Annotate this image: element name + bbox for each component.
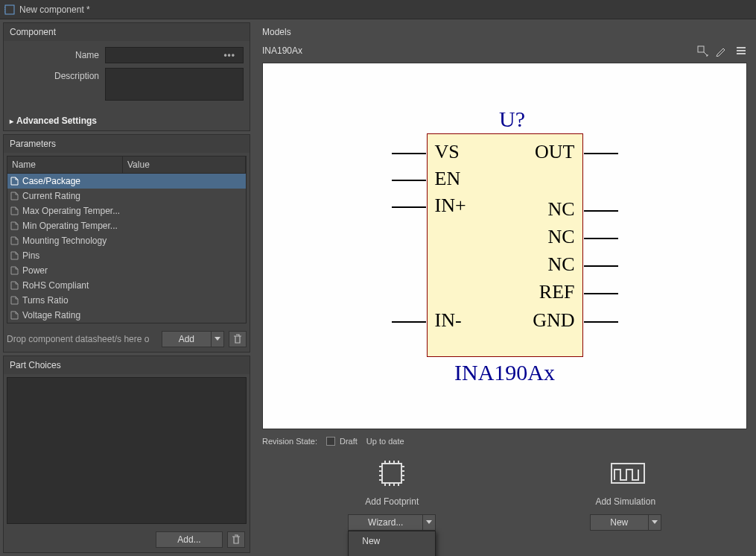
revision-state-label: Revision State: bbox=[262, 437, 317, 446]
document-icon bbox=[10, 177, 19, 186]
svg-rect-8 bbox=[382, 464, 401, 483]
part-choices-list[interactable] bbox=[7, 377, 247, 524]
schematic-preview[interactable]: U? VS EN IN+ IN- OUT NC bbox=[262, 63, 747, 429]
window-title: New component * bbox=[19, 4, 90, 15]
titlebar: New component * bbox=[0, 0, 756, 19]
svg-rect-0 bbox=[5, 5, 14, 14]
pin-out: OUT bbox=[535, 141, 574, 163]
parameter-row[interactable]: Mounting Technology bbox=[7, 233, 246, 248]
advanced-settings-toggle[interactable]: Advanced Settings bbox=[4, 111, 250, 130]
document-icon bbox=[10, 206, 19, 215]
document-icon bbox=[10, 296, 19, 305]
delete-parameter-button[interactable] bbox=[229, 331, 247, 347]
component-section: Component Name ••• Description Advanced … bbox=[3, 22, 250, 131]
document-icon bbox=[10, 311, 19, 320]
pin-nc2: NC bbox=[547, 226, 574, 248]
draft-label: Draft bbox=[340, 437, 358, 446]
parameter-name: Mounting Technology bbox=[22, 236, 107, 246]
right-panel: Models INA190Ax U? bbox=[253, 19, 756, 556]
add-simulation-button[interactable]: New bbox=[590, 514, 661, 531]
parameter-row[interactable]: Pins bbox=[7, 248, 246, 263]
add-simulation-label: Add Simulation bbox=[595, 496, 655, 507]
pin-gnd: GND bbox=[533, 309, 574, 332]
pin-nc1: NC bbox=[547, 198, 574, 221]
document-icon bbox=[10, 281, 19, 290]
description-label: Description bbox=[10, 68, 99, 81]
parameter-row[interactable]: Power bbox=[7, 263, 246, 278]
parameter-row[interactable]: Max Operating Temper... bbox=[7, 203, 246, 218]
part-choices-section: Part Choices Add... bbox=[3, 356, 250, 553]
place-icon[interactable] bbox=[696, 45, 708, 57]
parameter-row[interactable]: Case/Package bbox=[7, 174, 246, 189]
add-parameter-button[interactable]: Add bbox=[162, 331, 224, 347]
add-part-choice-button[interactable]: Add... bbox=[156, 531, 223, 548]
pin-in-minus: IN- bbox=[435, 309, 462, 332]
add-footprint-label: Add Footprint bbox=[365, 496, 419, 507]
add-parameter-dropdown[interactable] bbox=[211, 331, 224, 347]
svg-rect-25 bbox=[612, 464, 644, 483]
name-label: Name bbox=[10, 47, 99, 60]
add-simulation-dropdown[interactable] bbox=[648, 514, 661, 531]
parameter-name: Max Operating Temper... bbox=[22, 206, 120, 216]
models-header: Models bbox=[256, 22, 753, 42]
parameter-row[interactable]: RoHS Compliant bbox=[7, 278, 246, 293]
delete-part-choice-button[interactable] bbox=[227, 531, 245, 548]
document-icon bbox=[10, 251, 19, 260]
datasheet-drop-hint[interactable]: Drop component datasheet/s here o bbox=[7, 334, 157, 344]
part-choices-header: Part Choices bbox=[4, 356, 250, 374]
pin-en: EN bbox=[435, 168, 461, 190]
trash-icon bbox=[233, 334, 242, 344]
parameter-name: Case/Package bbox=[22, 176, 80, 186]
description-input[interactable] bbox=[105, 68, 244, 101]
parameter-name: Current Rating bbox=[22, 191, 80, 201]
footprint-menu-item[interactable]: Wizard... bbox=[349, 551, 435, 556]
document-icon bbox=[10, 236, 19, 245]
parameter-row[interactable]: Current Rating bbox=[7, 189, 246, 203]
schematic-designator: U? bbox=[378, 107, 632, 132]
simulation-icon bbox=[610, 458, 641, 489]
uptodate-label: Up to date bbox=[366, 437, 404, 446]
parameter-name: Power bbox=[22, 265, 48, 276]
revision-state-row: Revision State: Draft Up to date bbox=[256, 432, 753, 450]
parameter-name: Voltage Rating bbox=[22, 310, 80, 320]
trash-icon bbox=[232, 534, 241, 545]
component-section-header: Component bbox=[4, 23, 250, 41]
edit-icon[interactable] bbox=[716, 45, 728, 57]
component-tab-icon bbox=[4, 4, 15, 15]
parameter-row[interactable]: Min Operating Temper... bbox=[7, 218, 246, 233]
parameter-name: Min Operating Temper... bbox=[22, 221, 118, 231]
parameters-section: Parameters Name Value Case/Package Curre… bbox=[3, 134, 250, 353]
pin-ref: REF bbox=[539, 281, 575, 303]
footprint-icon bbox=[376, 458, 407, 489]
column-name[interactable]: Name bbox=[7, 157, 123, 173]
document-icon bbox=[10, 221, 19, 230]
parameters-table: Name Value Case/Package Current Rating M… bbox=[7, 156, 247, 323]
left-panel: Component Name ••• Description Advanced … bbox=[0, 19, 253, 556]
document-icon bbox=[10, 266, 19, 275]
list-icon[interactable] bbox=[735, 45, 747, 57]
parameters-header: Parameters bbox=[4, 135, 250, 153]
footprint-menu-item[interactable]: New bbox=[349, 531, 435, 551]
svg-rect-4 bbox=[698, 46, 704, 52]
pin-vs: VS bbox=[435, 141, 460, 163]
pin-in-plus: IN+ bbox=[435, 195, 466, 217]
add-footprint-column: Add Footprint Wizard... NewWizard...Exis… bbox=[348, 458, 436, 531]
document-icon bbox=[10, 192, 19, 200]
name-browse-icon[interactable]: ••• bbox=[223, 50, 238, 60]
add-footprint-dropdown[interactable] bbox=[422, 514, 436, 531]
parameter-name: RoHS Compliant bbox=[22, 280, 89, 291]
footprint-dropdown-menu: NewWizard...Existing... bbox=[348, 531, 436, 556]
add-simulation-column: Add Simulation New bbox=[590, 458, 661, 531]
parameter-name: Pins bbox=[22, 250, 39, 261]
schematic-part-name: INA190Ax bbox=[378, 360, 632, 385]
column-value[interactable]: Value bbox=[123, 157, 246, 173]
parameter-row[interactable]: Voltage Rating bbox=[7, 308, 246, 323]
add-footprint-button[interactable]: Wizard... bbox=[348, 514, 436, 531]
name-input[interactable]: ••• bbox=[105, 47, 244, 63]
symbol-name: INA190Ax bbox=[262, 45, 690, 56]
parameter-row[interactable]: Turns Ratio bbox=[7, 293, 246, 308]
draft-checkbox[interactable] bbox=[326, 437, 335, 446]
parameter-name: Turns Ratio bbox=[22, 295, 69, 306]
pin-nc3: NC bbox=[547, 253, 574, 276]
